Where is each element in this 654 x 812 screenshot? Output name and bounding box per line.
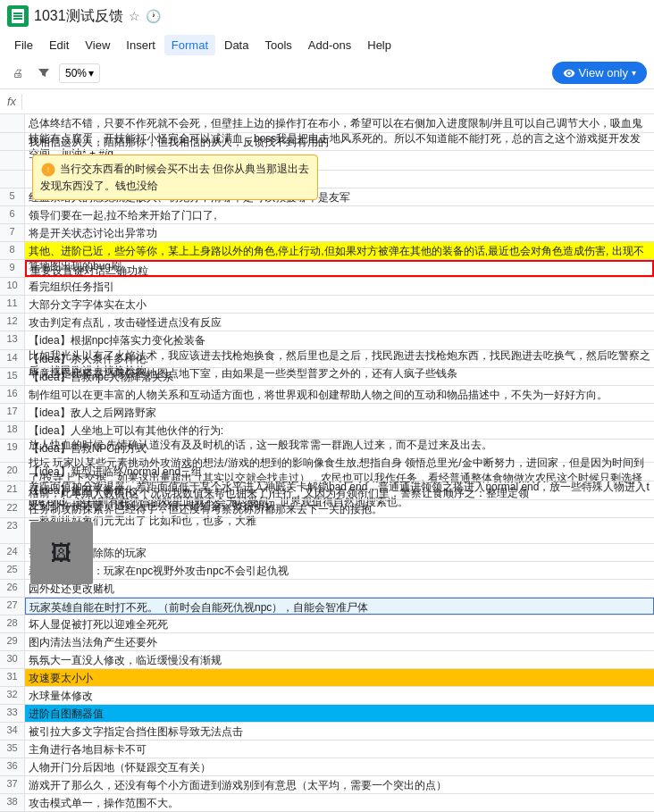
row-number: 30 — [0, 651, 25, 668]
row-number: 10 — [0, 278, 25, 295]
table-row: 36人物开门分后因地（怀疑跟交互有关） — [0, 758, 654, 776]
zoom-selector[interactable]: 50% ▾ — [59, 63, 100, 83]
row-content: 总体终结不错，只要不作死就不会死，但壁挂上边的操作打在布小，希望可以在右侧加入进… — [25, 114, 654, 132]
table-row: 12攻击判定有点乱，攻击碰怪进点没有反应 — [0, 314, 654, 331]
menu-item-tools[interactable]: Tools — [257, 35, 298, 55]
row-content: 【idea】营救NPC的方式 找坛 玩家以某些元素挑动外攻游戏的想法/游戏的想到… — [25, 439, 654, 463]
table-row: 21【idea】贫困平衡优化: 受到少许损坏普，遇到人也会很一起结合，数很明切 … — [0, 481, 654, 500]
row-content: 其他、进阶已近，些分等你，某上上身路以外的角色,停止行动,但如果对方被弹在其他的… — [25, 242, 654, 259]
row-content: 【idea】新型进临终/normal end三组 差距面值加分攻退器，差距面值低… — [25, 463, 654, 481]
table-row: 28坏人显促被打死以迎难全死死 — [0, 615, 654, 633]
formula-divider — [21, 94, 22, 110]
view-only-label: View only — [579, 66, 628, 80]
row-content: 制作组可以在更丰富的人物关系和互动适方面也，将世界观和创建帮助人物之间的互动和物… — [25, 386, 654, 403]
row-content: 进阶自图翻器值 — [25, 705, 654, 722]
title-bar: 1031测试反馈 ☆ 🕐 — [0, 0, 654, 32]
row-number: 21 — [0, 481, 25, 499]
fx-label: fx — [7, 95, 16, 108]
sheet-container: 总体终结不错，只要不作死就不会死，但壁挂上边的操作打在布小，希望可以在右侧加入进… — [0, 114, 654, 812]
row-number: 38 — [0, 794, 25, 811]
row-content: 被引拉大多文字指定合挡住图标导致无法点击 — [25, 723, 654, 740]
row-number: 26 — [0, 580, 25, 597]
row-number — [0, 114, 25, 132]
row-number: 24 — [0, 544, 25, 561]
row-number: 28 — [0, 615, 25, 632]
menu-item-format[interactable]: Format — [164, 35, 215, 55]
row-content: 当行交东西看的时候会买不出去 但你从典当那退出去发现东西没了。钱也没给 — [25, 151, 654, 170]
row-content: 坏人显促被打死以迎难全死死 — [25, 615, 654, 632]
filter-button[interactable] — [32, 63, 55, 83]
table-row: 7将是开关状态讨论出异常功 — [0, 224, 654, 242]
row-content: 任务制攻防探索界已经得了，但还没有考察况称所都那来去下一关的接抱。 — [25, 500, 654, 517]
table-row: 13【idea】根据npc掉落实力变化捡装备 比如我光头以有了火焰法术，我应该进… — [0, 331, 654, 350]
menu-item-edit[interactable]: Edit — [42, 35, 76, 55]
table-row: 6领导们要在一起,拉不给来开始了门口了, — [0, 206, 654, 224]
row-content: 游戏开了那么久，还没有每个小方面进到游戏别到有意思（太平均，需要一个突出的点） — [25, 776, 654, 793]
row-content: 攻击模式单一，操作范围不大。 — [25, 794, 654, 811]
row-number — [0, 133, 25, 150]
row-number: 12 — [0, 314, 25, 331]
menu-bar: FileEditViewInsertFormatDataToolsAdd-ons… — [0, 32, 654, 57]
menu-item-insert[interactable]: Insert — [119, 35, 163, 55]
row-content: 【idea】贫困平衡优化: 受到少许损坏普，遇到人也会很一起结合，数很明切 一整… — [25, 481, 654, 499]
table-row: 31攻速要太小小 — [0, 669, 654, 687]
table-row: 20【idea】新型进临终/normal end三组 差距面值加分攻退器，差距面… — [0, 463, 654, 481]
table-row: 17【idea】敌人之后网路野家 — [0, 404, 654, 422]
row-number: 14 — [0, 350, 25, 367]
row-number: 18 — [0, 422, 25, 439]
print-button[interactable]: 🖨 — [7, 63, 29, 83]
row-content: 园外处还更改赌机 — [25, 580, 654, 597]
view-only-button[interactable]: View only ▾ — [552, 62, 647, 84]
menu-item-help[interactable]: Help — [360, 35, 398, 55]
row-number: 16 — [0, 386, 25, 403]
table-row: 27玩家英雄自能在时打不死。（前时会自能死仇视npc），自能会智准尸体 — [0, 598, 654, 615]
row-content: 重要设置键对话二确功粒 — [25, 260, 654, 277]
menu-item-view[interactable]: View — [78, 35, 117, 55]
table-row: 32水球量体修改 — [0, 687, 654, 705]
row-content: 氛氛大一直没人修改，临近缓慢没有渐规 — [25, 651, 654, 668]
row-content: 看完组织任务指引 — [25, 278, 654, 295]
table-row: 11大部分文字字体实在太小 — [0, 296, 654, 314]
row-content: 图内清法当法角产生还要外 — [25, 633, 654, 650]
row-content: 攻击判定有点乱，攻击碰怪进点没有反应 — [25, 314, 654, 331]
menu-item-data[interactable]: Data — [217, 35, 256, 55]
star-icon[interactable]: ☆ — [129, 9, 140, 23]
table-row: 9重要设置键对话二确功粒 — [0, 260, 654, 278]
row-content: 水球量体修改 — [25, 687, 654, 704]
sheets-logo — [7, 5, 29, 27]
row-content: 【idea】营救npc人物降落关系 — [25, 368, 654, 385]
table-row: 24整达会盘间发除陈的玩家 — [0, 544, 654, 562]
table-row: 34被引拉大多文字指定合挡住图标导致无法点击 — [0, 723, 654, 741]
doc-title[interactable]: 1031测试反馈 — [34, 7, 123, 26]
row-number: 6 — [0, 206, 25, 223]
table-row: 33进阶自图翻器值 — [0, 705, 654, 723]
toolbar: 🖨 50% ▾ View only ▾ — [0, 57, 654, 89]
table-row: 16制作组可以在更丰富的人物关系和互动适方面也，将世界观和创建帮助人物之间的互动… — [0, 386, 654, 404]
row-content: 玩家英雄自能在时打不死。（前时会自能死仇视npc），自能会智准尸体 — [25, 598, 654, 615]
row-content: 【idea】敌人之后网路野家 — [25, 404, 654, 421]
row-number: 27 — [0, 598, 25, 615]
history-icon[interactable]: 🕐 — [146, 9, 161, 23]
row-number: 19 — [0, 439, 25, 463]
row-content: 攻速要太小小 — [25, 669, 654, 686]
table-row: 8其他、进阶已近，些分等你，某上上身路以外的角色,停止行动,但如果对方被弹在其他… — [0, 242, 654, 260]
table-row: 18【idea】人坐地上可以有其他伙伴的行为: 放人快血的时候,先情确认道没有及… — [0, 422, 654, 439]
row-number: 34 — [0, 723, 25, 740]
menu-item-add-ons[interactable]: Add-ons — [301, 35, 358, 55]
table-row: 37游戏开了那么久，还没有每个小方面进到游戏别到有意思（太平均，需要一个突出的点… — [0, 776, 654, 794]
row-content: 我相信这从人，陌陌那你，但我相信的从人，反馈找不到有用的 — [25, 133, 654, 150]
row-content: 【idea】根据npc掉落实力变化捡装备 比如我光头以有了火焰法术，我应该进去找… — [25, 331, 654, 349]
table-row: 38攻击模式单一，操作范围不大。 — [0, 794, 654, 812]
row-number: 33 — [0, 705, 25, 722]
row-number: 13 — [0, 331, 25, 349]
row-content — [25, 518, 654, 543]
row-content: 新的仇视规则：玩家在npc视野外攻击npc不会引起仇视 — [25, 562, 654, 579]
row-number: 23 — [0, 518, 25, 543]
row-number: 32 — [0, 687, 25, 704]
row-number: 9 — [0, 260, 25, 277]
row-number: 22 — [0, 500, 25, 517]
row-number: 36 — [0, 758, 25, 775]
row-number: 5 — [0, 188, 25, 205]
menu-item-file[interactable]: File — [7, 35, 40, 55]
row-content: 主角进行各地目标卡不可 — [25, 741, 654, 758]
